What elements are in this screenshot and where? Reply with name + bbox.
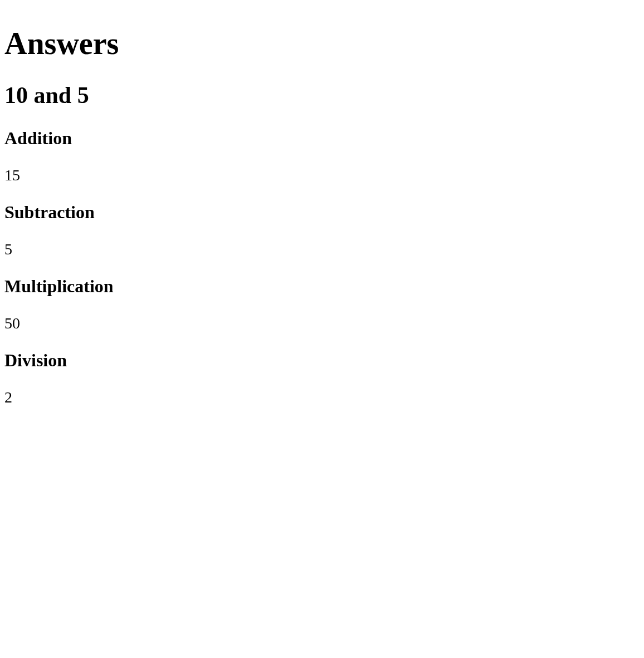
- division-heading: Division: [4, 350, 644, 371]
- page-title: Answers: [4, 26, 644, 61]
- subtraction-value: 5: [4, 240, 644, 258]
- division-value: 2: [4, 389, 644, 406]
- addition-value: 15: [4, 166, 644, 184]
- operands-heading: 10 and 5: [4, 82, 644, 109]
- multiplication-value: 50: [4, 315, 644, 332]
- subtraction-heading: Subtraction: [4, 202, 644, 223]
- multiplication-heading: Multiplication: [4, 276, 644, 297]
- addition-heading: Addition: [4, 128, 644, 149]
